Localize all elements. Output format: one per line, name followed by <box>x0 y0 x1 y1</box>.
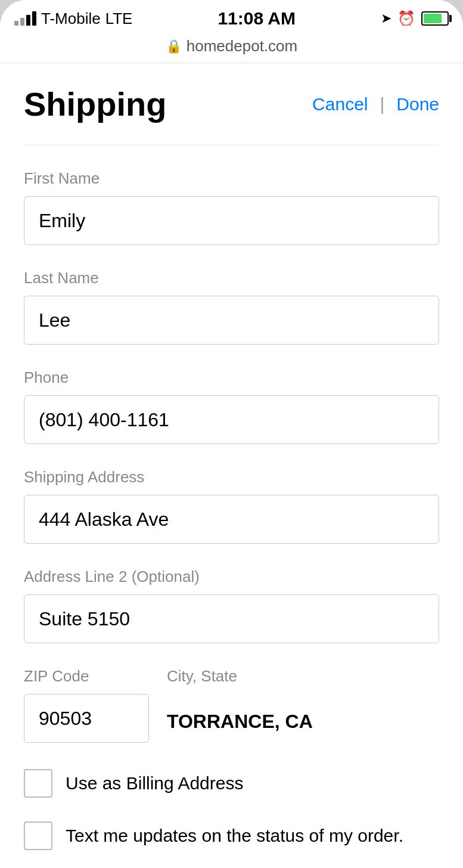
shipping-address-label: Shipping Address <box>24 468 439 486</box>
last-name-input[interactable] <box>24 296 439 345</box>
carrier-name: T-Mobile <box>41 10 101 28</box>
phone-label: Phone <box>24 368 439 387</box>
zip-label: ZIP Code <box>24 667 149 686</box>
address-line2-input[interactable] <box>24 594 439 643</box>
status-left: T-Mobile LTE <box>14 10 132 28</box>
page-header: Shipping Cancel | Done <box>24 63 439 145</box>
done-button[interactable]: Done <box>396 94 439 114</box>
text-updates-label: Text me updates on the status of my orde… <box>66 826 403 846</box>
first-name-input[interactable] <box>24 196 439 245</box>
signal-bar-3 <box>26 15 30 26</box>
signal-bar-2 <box>20 18 24 26</box>
city-state-label: City, State <box>167 667 439 686</box>
location-icon: ➤ <box>381 11 391 26</box>
shipping-address-group: Shipping Address <box>24 468 439 544</box>
phone-group: Phone <box>24 368 439 444</box>
last-name-group: Last Name <box>24 269 439 345</box>
header-divider: | <box>380 94 384 114</box>
alarm-icon: ⏰ <box>397 10 415 27</box>
status-bar: T-Mobile LTE 11:08 AM ➤ ⏰ <box>0 0 463 33</box>
billing-address-checkbox-group: Use as Billing Address <box>24 769 439 798</box>
header-actions: Cancel | Done <box>312 94 439 114</box>
status-time: 11:08 AM <box>217 8 296 29</box>
shipping-address-input[interactable] <box>24 495 439 544</box>
signal-bar-4 <box>32 11 36 26</box>
text-updates-checkbox[interactable] <box>24 822 52 850</box>
battery-indicator <box>421 11 449 26</box>
signal-bar-1 <box>14 21 18 26</box>
cancel-button[interactable]: Cancel <box>312 94 368 114</box>
phone-input[interactable] <box>24 395 439 444</box>
shipping-form: First Name Last Name Phone Shipping Addr… <box>24 145 439 850</box>
first-name-label: First Name <box>24 169 439 188</box>
billing-address-checkbox[interactable] <box>24 769 52 798</box>
main-content: Shipping Cancel | Done First Name Last N… <box>0 63 463 868</box>
zip-group: ZIP Code <box>24 667 149 743</box>
city-state-value: TORRANCE, CA <box>167 694 439 733</box>
url-bar[interactable]: 🔒 homedepot.com <box>0 33 463 63</box>
city-state-group: City, State TORRANCE, CA <box>167 667 439 733</box>
first-name-group: First Name <box>24 169 439 245</box>
last-name-label: Last Name <box>24 269 439 287</box>
network-type: LTE <box>105 10 133 28</box>
address-line2-label: Address Line 2 (Optional) <box>24 568 439 586</box>
url-text: homedepot.com <box>187 37 297 55</box>
billing-address-label: Use as Billing Address <box>66 773 243 793</box>
zip-input[interactable] <box>24 694 149 743</box>
signal-bars-icon <box>14 11 36 26</box>
battery-fill <box>424 14 442 23</box>
battery-icon <box>421 11 449 26</box>
page-title: Shipping <box>24 85 167 123</box>
text-updates-checkbox-group: Text me updates on the status of my orde… <box>24 822 439 850</box>
zip-city-row: ZIP Code City, State TORRANCE, CA <box>24 667 439 743</box>
phone-frame: T-Mobile LTE 11:08 AM ➤ ⏰ 🔒 homedepot.co… <box>0 0 463 868</box>
lock-icon: 🔒 <box>166 39 182 54</box>
status-right: ➤ ⏰ <box>381 10 449 27</box>
address-line2-group: Address Line 2 (Optional) <box>24 568 439 643</box>
